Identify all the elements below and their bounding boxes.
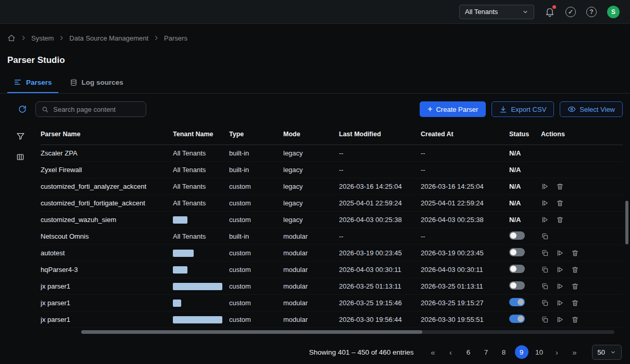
breadcrumb-data-source-management[interactable]: Data Source Management (69, 34, 148, 42)
table-row: hqParser4-3custommodular2026-04-03 00:30… (41, 262, 623, 278)
next-page-button[interactable]: › (550, 345, 564, 359)
horizontal-scrollbar[interactable] (81, 330, 614, 334)
run-icon[interactable] (541, 183, 549, 190)
delete-icon[interactable] (556, 183, 564, 190)
column-header[interactable]: Mode (283, 131, 339, 138)
status-toggle[interactable] (509, 231, 525, 240)
delete-icon[interactable] (571, 316, 579, 323)
select-view-button[interactable]: Select View (560, 101, 623, 117)
parser-name[interactable]: hqParser4-3 (41, 266, 173, 274)
parser-name[interactable]: customized_forti_fortigate_ackcent (41, 199, 173, 207)
page-number[interactable]: 9 (515, 345, 528, 359)
parser-mode: modular (283, 299, 339, 307)
last-modified: -- (339, 166, 421, 174)
last-page-button[interactable]: » (568, 345, 582, 359)
status-toggle[interactable] (509, 281, 525, 290)
help-button[interactable]: ? (586, 7, 597, 17)
parser-mode: modular (283, 282, 339, 290)
column-header[interactable]: Created At (421, 131, 509, 138)
breadcrumb-parsers[interactable]: Parsers (164, 34, 187, 42)
copy-icon[interactable] (541, 282, 549, 290)
parser-mode: legacy (283, 216, 339, 224)
parser-type: built-in (229, 232, 283, 240)
tasks-button[interactable]: ✓ (565, 7, 576, 17)
notifications-button[interactable] (545, 7, 555, 17)
delete-icon[interactable] (571, 282, 579, 290)
first-page-button[interactable]: « (426, 345, 440, 359)
database-icon (70, 79, 78, 86)
page-number[interactable]: 8 (497, 345, 511, 359)
status-toggle[interactable] (509, 298, 525, 306)
delete-icon[interactable] (556, 216, 564, 224)
column-header[interactable]: Status (509, 131, 541, 138)
vertical-scrollbar[interactable] (625, 201, 628, 244)
run-icon[interactable] (556, 316, 564, 323)
filter-button[interactable] (16, 132, 25, 140)
columns-button[interactable] (16, 153, 24, 161)
status-toggle[interactable] (509, 315, 525, 323)
home-breadcrumb[interactable] (7, 34, 16, 42)
status-toggle[interactable] (509, 265, 525, 273)
horizontal-scrollbar-thumb[interactable] (81, 330, 422, 334)
plus-icon: + (427, 105, 432, 113)
parser-type: custom (229, 216, 283, 224)
column-header[interactable]: Last Modified (339, 131, 421, 138)
search-input[interactable] (53, 106, 140, 113)
created-at: 2026-03-30 19:55:51 (421, 316, 509, 323)
parser-name[interactable]: Netscout Omnis (41, 232, 173, 240)
copy-icon[interactable] (541, 249, 549, 257)
tenant-cell: All Tenants (173, 149, 229, 157)
avatar[interactable]: S (607, 6, 620, 18)
delete-icon[interactable] (571, 266, 579, 274)
export-csv-button[interactable]: Export CSV (492, 101, 554, 117)
toggle-knob (510, 232, 516, 239)
tenant-name: All Tenants (173, 199, 206, 207)
copy-icon[interactable] (541, 299, 549, 307)
run-icon[interactable] (556, 249, 564, 257)
parser-name[interactable]: Zyxel Firewall (41, 166, 173, 174)
column-header[interactable]: Type (229, 131, 283, 138)
page-number[interactable]: 6 (462, 345, 475, 359)
refresh-icon (18, 105, 27, 114)
run-icon[interactable] (541, 216, 549, 224)
breadcrumb-system[interactable]: System (31, 34, 54, 42)
page-number[interactable]: 7 (480, 345, 493, 359)
parser-name[interactable]: customized_wazuh_siem (41, 216, 173, 224)
column-header[interactable]: Tenant Name (173, 131, 229, 138)
tenant-select[interactable]: All Tenants (459, 5, 534, 19)
delete-icon[interactable] (556, 199, 564, 207)
parser-name[interactable]: jx parser1 (41, 282, 173, 290)
parser-name[interactable]: autotest (41, 249, 173, 257)
run-icon[interactable] (541, 199, 549, 207)
run-icon[interactable] (556, 266, 564, 274)
redacted-tenant (173, 283, 222, 290)
home-icon (7, 34, 16, 42)
delete-icon[interactable] (571, 299, 579, 307)
parser-name[interactable]: customized_forti_analyzer_ackcent (41, 183, 173, 190)
column-header[interactable]: Actions (541, 131, 623, 138)
tenant-select-value: All Tenants (465, 8, 498, 16)
redacted-tenant (173, 216, 187, 224)
status-na: N/A (509, 183, 521, 190)
create-parser-button[interactable]: + Create Parser (420, 101, 486, 117)
parser-name[interactable]: jx parser1 (41, 299, 173, 307)
copy-icon[interactable] (541, 232, 549, 240)
copy-icon[interactable] (541, 266, 549, 274)
page-size-select[interactable]: 50 (592, 345, 622, 360)
tab-parsers[interactable]: Parsers (7, 72, 58, 93)
run-icon[interactable] (556, 299, 564, 307)
parser-name[interactable]: Zscaler ZPA (41, 149, 173, 157)
run-icon[interactable] (556, 282, 564, 290)
parser-name[interactable]: jx parser1 (41, 316, 173, 323)
refresh-button[interactable] (18, 105, 27, 114)
delete-icon[interactable] (571, 249, 579, 257)
tab-log-sources[interactable]: Log sources (64, 72, 130, 93)
filter-icon (16, 132, 25, 140)
status-toggle[interactable] (509, 248, 525, 256)
tenant-cell: All Tenants (173, 183, 229, 190)
tenant-name: All Tenants (173, 166, 206, 174)
copy-icon[interactable] (541, 316, 549, 323)
page-number[interactable]: 10 (533, 345, 546, 359)
column-header[interactable]: Parser Name (41, 131, 173, 138)
previous-page-button[interactable]: ‹ (444, 345, 458, 359)
